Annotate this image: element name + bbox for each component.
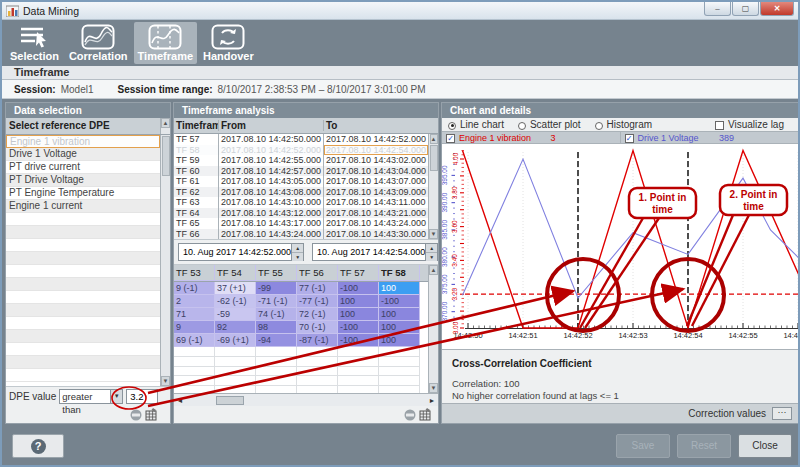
matrix-cell[interactable]: -100 — [338, 282, 379, 295]
stop-icon[interactable] — [404, 409, 416, 421]
matrix-cell-empty[interactable] — [215, 386, 256, 393]
dpe-operator-select[interactable]: greater than ▼ — [59, 389, 123, 404]
matrix-cell-empty[interactable] — [297, 347, 338, 357]
to-datetime-field[interactable]: 10. Aug 2017 14:42:54.000 ▲▼ — [312, 243, 438, 261]
matrix-cell-empty[interactable] — [256, 357, 297, 367]
matrix-cell[interactable]: -77 (-1) — [297, 295, 338, 308]
matrix-cell[interactable]: 72 (-1) — [297, 308, 338, 321]
table-row[interactable]: TF 582017.08.10 14:42:52.0002017.08.10 1… — [174, 145, 428, 156]
table-row[interactable]: TF 592017.08.10 14:42:55.0002017.08.10 1… — [174, 155, 428, 166]
spin-up-icon[interactable]: ▲ — [292, 244, 303, 253]
list-item[interactable]: PT drive current — [6, 161, 160, 174]
reference-dpe-column-header[interactable]: Select reference DPE — [6, 118, 160, 134]
minimize-button[interactable]: – — [704, 2, 731, 16]
timeframe-table-scrollbar[interactable]: ▲ ▼ — [428, 134, 438, 239]
toolbar-button-correlation[interactable]: Correlation — [65, 22, 132, 64]
scroll-thumb[interactable] — [216, 396, 244, 405]
matrix-cell[interactable]: -100 — [338, 334, 379, 347]
matrix-column-header[interactable]: TF 54 — [215, 265, 256, 281]
save-button[interactable]: Save — [616, 434, 670, 458]
radio-scatter-plot[interactable]: Scatter plot — [518, 119, 581, 130]
chevron-down-icon[interactable]: ▼ — [110, 390, 122, 403]
list-item[interactable]: Engine 1 vibration — [6, 135, 160, 148]
matrix-cell[interactable]: 100 — [379, 308, 420, 321]
radio-line-chart[interactable]: Line chart — [448, 119, 504, 130]
calculator-icon[interactable] — [145, 408, 158, 421]
matrix-cell[interactable]: 100 — [379, 282, 420, 295]
dpe-list-scrollbar[interactable]: ▼ — [160, 135, 170, 386]
matrix-cell-empty[interactable] — [379, 386, 420, 393]
matrix-cell-empty[interactable] — [174, 367, 215, 377]
table-row[interactable]: TF 622017.08.10 14:43:08.0002017.08.10 1… — [174, 187, 428, 198]
calculator-icon[interactable] — [419, 408, 432, 421]
matrix-cell[interactable]: 98 — [256, 321, 297, 334]
matrix-cell[interactable]: 100 — [338, 308, 379, 321]
matrix-column-header[interactable]: TF 58 — [379, 265, 420, 281]
matrix-cell[interactable]: -59 — [215, 308, 256, 321]
list-item-empty[interactable] — [6, 356, 160, 369]
close-window-button[interactable]: ✕ — [760, 2, 794, 16]
matrix-cell-empty[interactable] — [174, 347, 215, 357]
matrix-scrollbar[interactable]: ▲ ▼ — [428, 265, 438, 393]
scroll-thumb[interactable] — [430, 145, 438, 171]
matrix-cell-empty[interactable] — [338, 376, 379, 386]
list-item-empty[interactable] — [6, 330, 160, 343]
list-item-empty[interactable] — [6, 239, 160, 252]
list-item-empty[interactable] — [6, 278, 160, 291]
matrix-cell-empty[interactable] — [215, 357, 256, 367]
matrix-horizontal-scrollbar[interactable]: ◄ ► — [174, 393, 438, 406]
matrix-cell-empty[interactable] — [379, 357, 420, 367]
matrix-cell[interactable]: -100 — [379, 295, 420, 308]
list-item-empty[interactable] — [6, 265, 160, 278]
matrix-cell-empty[interactable] — [338, 357, 379, 367]
list-item-empty[interactable] — [6, 369, 160, 382]
list-item[interactable]: PT Drive Voltage — [6, 174, 160, 187]
matrix-cell-empty[interactable] — [297, 386, 338, 393]
list-item-empty[interactable] — [6, 291, 160, 304]
scroll-up-icon[interactable]: ▲ — [161, 118, 170, 128]
scroll-down-icon[interactable]: ▼ — [161, 376, 170, 386]
matrix-cell-empty[interactable] — [379, 376, 420, 386]
scroll-right-icon[interactable]: ► — [426, 397, 438, 404]
matrix-cell[interactable]: -100 — [338, 321, 379, 334]
checkbox-checked-icon[interactable]: ✓ — [625, 134, 634, 143]
matrix-cell[interactable]: 9 (-1) — [174, 282, 215, 295]
matrix-column-header[interactable]: TF 57 — [338, 265, 379, 281]
scroll-up-icon[interactable]: ▲ — [429, 265, 438, 275]
matrix-cell-empty[interactable] — [297, 357, 338, 367]
reset-button[interactable]: Reset — [677, 434, 731, 458]
matrix-column-header[interactable]: TF 53 — [174, 265, 215, 281]
matrix-cell[interactable]: 100 — [338, 295, 379, 308]
table-row[interactable]: TF 572017.08.10 14:42:50.0002017.08.10 1… — [174, 134, 428, 145]
matrix-cell[interactable]: 9 — [174, 321, 215, 334]
matrix-cell-empty[interactable] — [338, 367, 379, 377]
scroll-left-icon[interactable]: ◄ — [174, 397, 186, 404]
list-item-empty[interactable] — [6, 343, 160, 356]
matrix-cell[interactable]: 70 (-1) — [297, 321, 338, 334]
table-row[interactable]: TF 662017.08.10 14:43:24.0002017.08.10 1… — [174, 229, 428, 240]
matrix-cell-empty[interactable] — [174, 357, 215, 367]
matrix-cell-empty[interactable] — [379, 347, 420, 357]
matrix-cell[interactable]: 69 (-1) — [174, 334, 215, 347]
matrix-cell-empty[interactable] — [338, 347, 379, 357]
correction-values-button[interactable]: ··· — [772, 407, 792, 420]
matrix-cell[interactable]: 37 (+1) — [215, 282, 256, 295]
radio-histogram[interactable]: Histogram — [595, 119, 653, 130]
matrix-cell-empty[interactable] — [256, 347, 297, 357]
stop-icon[interactable] — [130, 409, 142, 421]
table-row[interactable]: TF 612017.08.10 14:43:05.0002017.08.10 1… — [174, 176, 428, 187]
list-item-empty[interactable] — [6, 304, 160, 317]
matrix-cell[interactable]: -99 — [256, 282, 297, 295]
help-button[interactable]: ? — [12, 434, 64, 458]
matrix-column-header[interactable]: TF 55 — [256, 265, 297, 281]
matrix-cell-empty[interactable] — [215, 367, 256, 377]
matrix-cell-empty[interactable] — [174, 376, 215, 386]
scroll-thumb[interactable] — [162, 136, 170, 176]
table-row[interactable]: TF 602017.08.10 14:42:57.0002017.08.10 1… — [174, 166, 428, 177]
matrix-cell[interactable]: -94 — [256, 334, 297, 347]
toolbar-button-selection[interactable]: Selection — [6, 22, 63, 64]
to-datetime-value[interactable]: 10. Aug 2017 14:42:54.000 — [313, 244, 425, 260]
matrix-cell[interactable]: 71 — [174, 308, 215, 321]
line-chart[interactable]: 395.00390.00385.00380.00375.00370.004.00… — [442, 144, 798, 350]
matrix-cell-empty[interactable] — [297, 367, 338, 377]
